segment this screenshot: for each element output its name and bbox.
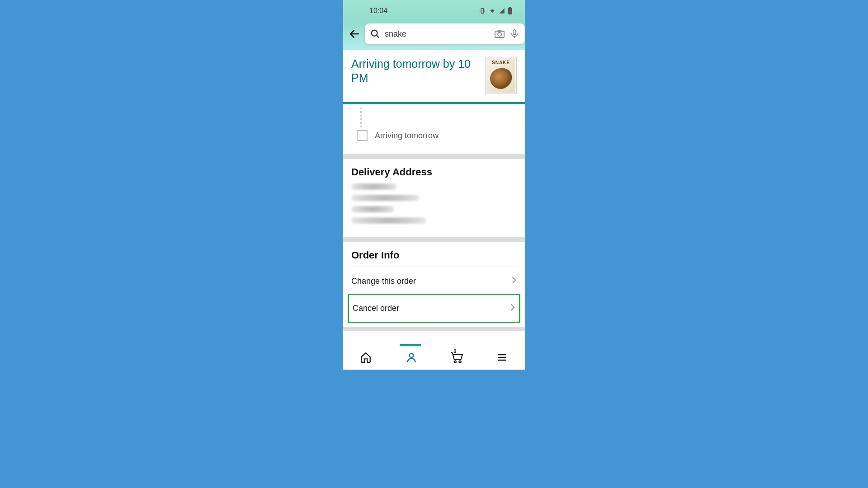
back-arrow-icon bbox=[349, 28, 360, 40]
cancel-order-row[interactable]: Cancel order bbox=[353, 295, 515, 322]
svg-point-12 bbox=[409, 353, 413, 357]
wifi-icon bbox=[489, 8, 496, 14]
svg-rect-0 bbox=[481, 8, 483, 13]
section-divider bbox=[343, 154, 525, 159]
back-button[interactable] bbox=[349, 27, 360, 41]
header bbox=[343, 21, 525, 50]
order-info-heading: Order Info bbox=[351, 249, 517, 261]
svg-rect-10 bbox=[513, 30, 516, 35]
snake-graphic bbox=[490, 68, 512, 89]
content-area[interactable]: Arriving tomorrow by 10 PM SNAKE Arrivin… bbox=[343, 50, 525, 345]
home-icon bbox=[360, 352, 372, 363]
svg-point-9 bbox=[498, 33, 501, 36]
person-icon bbox=[406, 352, 417, 363]
redacted-line bbox=[351, 195, 419, 201]
change-order-row[interactable]: Change this order bbox=[351, 269, 517, 294]
bottom-nav: 0 bbox=[343, 345, 525, 370]
arrival-card: Arriving tomorrow by 10 PM SNAKE bbox=[343, 50, 525, 102]
chevron-right-icon bbox=[511, 276, 517, 286]
nav-home[interactable] bbox=[356, 347, 376, 367]
redacted-line bbox=[351, 217, 426, 224]
thumb-title: SNAKE bbox=[486, 60, 515, 65]
redacted-line bbox=[351, 206, 394, 212]
hamburger-icon bbox=[497, 352, 508, 363]
chevron-right-icon bbox=[510, 303, 515, 314]
order-info-section: Order Info Change this order Cancel orde… bbox=[343, 242, 525, 327]
section-divider bbox=[343, 327, 525, 331]
svg-rect-3 bbox=[508, 8, 512, 14]
cancel-order-highlight: Cancel order bbox=[348, 294, 520, 323]
svg-line-7 bbox=[377, 35, 379, 38]
status-icons bbox=[479, 7, 512, 14]
phone-frame: 10:04 Arriving tomorrow by 10 PM SNAKE bbox=[343, 0, 525, 370]
product-thumbnail[interactable]: SNAKE bbox=[485, 57, 517, 94]
nav-account[interactable] bbox=[401, 347, 421, 367]
search-icon bbox=[370, 29, 380, 39]
cart-count: 0 bbox=[453, 348, 456, 354]
timeline-item: Arriving tomorrow bbox=[357, 130, 517, 141]
section-divider bbox=[343, 237, 525, 242]
address-heading: Delivery Address bbox=[351, 166, 517, 178]
nav-menu[interactable] bbox=[492, 347, 512, 367]
svg-point-13 bbox=[454, 361, 456, 363]
search-box[interactable] bbox=[365, 23, 525, 44]
redacted-line bbox=[351, 183, 396, 190]
empty-section bbox=[343, 331, 525, 345]
cancel-order-label: Cancel order bbox=[353, 304, 399, 313]
signal-icon bbox=[499, 8, 505, 14]
change-order-label: Change this order bbox=[351, 277, 416, 286]
timeline-section: Arriving tomorrow bbox=[343, 104, 525, 154]
status-time: 10:04 bbox=[369, 7, 387, 15]
nav-active-indicator bbox=[400, 344, 421, 346]
microphone-icon[interactable] bbox=[509, 29, 519, 39]
vibrate-icon bbox=[479, 7, 486, 14]
svg-rect-4 bbox=[509, 7, 511, 8]
search-input[interactable] bbox=[385, 29, 490, 39]
timeline-connector bbox=[360, 108, 362, 127]
cart-icon bbox=[450, 351, 463, 364]
nav-cart[interactable]: 0 bbox=[447, 347, 467, 367]
checkbox-icon bbox=[357, 130, 368, 141]
battery-icon bbox=[508, 7, 512, 14]
timeline-label: Arriving tomorrow bbox=[375, 131, 439, 141]
svg-point-14 bbox=[459, 361, 461, 363]
status-bar: 10:04 bbox=[343, 0, 525, 21]
arrival-status: Arriving tomorrow by 10 PM bbox=[351, 57, 480, 85]
svg-point-6 bbox=[372, 30, 377, 36]
delivery-address-section: Delivery Address bbox=[343, 159, 525, 237]
camera-icon[interactable] bbox=[494, 28, 505, 39]
